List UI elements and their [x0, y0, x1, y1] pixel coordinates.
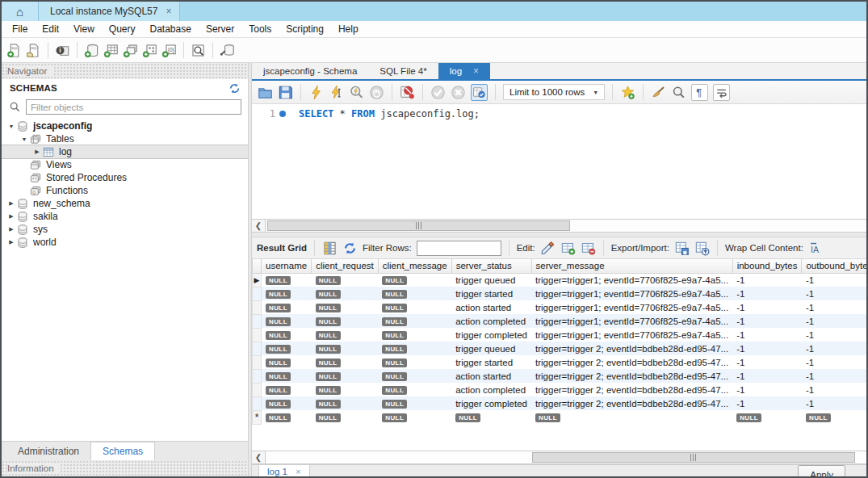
table-row[interactable]: NULLNULLNULLtrigger startedtrigger=trigg… [253, 355, 867, 369]
expand-arrow-icon[interactable]: ▶ [6, 239, 16, 245]
cell-server_status[interactable]: trigger queued [451, 342, 531, 355]
collapse-arrow-icon[interactable]: ▼ [19, 136, 29, 142]
cell-username[interactable]: NULL [262, 383, 312, 396]
cell-client_request[interactable]: NULL [312, 328, 379, 342]
row-selector[interactable] [253, 355, 262, 369]
import-records-icon[interactable] [694, 241, 710, 256]
tree-item-jscapeconfig[interactable]: ▼jscapeconfig [2, 120, 248, 132]
search-data-icon[interactable] [191, 43, 206, 58]
tree-item-stored-procedures[interactable]: Stored Procedures [2, 171, 248, 184]
cell-server_status[interactable]: action completed [451, 314, 531, 328]
cell-server_message[interactable]: NULL [531, 410, 732, 424]
grid-horizontal-scrollbar[interactable]: ❮ [252, 451, 866, 464]
column-header-client_message[interactable]: client_message [378, 259, 451, 273]
cell-server_status[interactable]: trigger completed [451, 328, 531, 342]
row-selector[interactable] [253, 383, 262, 396]
edit-cell-icon[interactable] [540, 241, 556, 256]
menu-item-tools[interactable]: Tools [241, 23, 279, 35]
cell-inbound_bytes[interactable]: NULL [732, 410, 802, 424]
scroll-left-icon[interactable]: ❮ [252, 451, 266, 463]
cell-inbound_bytes[interactable]: -1 [732, 287, 802, 300]
cell-server_status[interactable]: trigger completed [451, 396, 531, 410]
cell-server_message[interactable]: trigger=trigger 2; eventId=bdbeb28d-ed95… [531, 342, 732, 355]
cell-outbound_bytes[interactable]: -1 [802, 287, 866, 300]
cell-server_status[interactable]: trigger started [451, 287, 531, 300]
row-selector[interactable]: * [253, 410, 262, 424]
create-view-icon[interactable] [123, 43, 138, 58]
cell-server_message[interactable]: trigger=trigger1; eventId=7706f825-e9a7-… [531, 273, 732, 287]
explain-icon[interactable] [349, 85, 364, 100]
result-tab[interactable]: log 1 × [258, 465, 310, 476]
menu-item-file[interactable]: File [5, 23, 35, 35]
table-row[interactable]: NULLNULLNULLtrigger completedtrigger=tri… [253, 328, 867, 342]
cell-outbound_bytes[interactable]: -1 [802, 355, 866, 369]
cell-inbound_bytes[interactable]: -1 [732, 355, 802, 369]
cell-outbound_bytes[interactable]: -1 [802, 369, 866, 383]
cell-server_message[interactable]: trigger=trigger 2; eventId=bdbeb28d-ed95… [531, 396, 732, 410]
create-function-icon[interactable]: {0} [161, 43, 177, 58]
cell-username[interactable]: NULL [262, 314, 312, 328]
expand-arrow-icon[interactable]: ▶ [6, 226, 16, 233]
scroll-left-icon[interactable]: ❮ [252, 220, 266, 232]
cell-username[interactable]: NULL [262, 287, 312, 300]
connection-tab[interactable]: Local instance MySQL57 × [39, 2, 180, 21]
table-row[interactable]: NULLNULLNULLaction startedtrigger=trigge… [253, 369, 867, 383]
row-selector[interactable] [253, 328, 262, 342]
cell-username[interactable]: NULL [262, 300, 312, 314]
cell-client_request[interactable]: NULL [312, 369, 379, 383]
cell-username[interactable]: NULL [262, 342, 312, 355]
cell-outbound_bytes[interactable]: -1 [802, 396, 866, 410]
cell-client_message[interactable]: NULL [378, 328, 451, 342]
editor-horizontal-scrollbar[interactable]: ❮ [252, 219, 866, 233]
find-icon[interactable] [671, 85, 686, 100]
tree-item-log[interactable]: ▶log [2, 145, 248, 158]
cell-server_message[interactable]: trigger=trigger1; eventId=7706f825-e9a7-… [531, 328, 732, 342]
column-header-inbound_bytes[interactable]: inbound_bytes [732, 259, 802, 273]
create-schema-icon[interactable] [84, 43, 99, 58]
tree-item-tables[interactable]: ▼Tables [2, 132, 248, 145]
execute-icon[interactable] [308, 85, 324, 100]
cell-outbound_bytes[interactable]: -1 [802, 314, 866, 328]
cell-username[interactable]: NULL [262, 369, 312, 383]
limit-rows-dropdown[interactable]: Limit to 1000 rows ▼ [503, 84, 605, 100]
table-row[interactable]: NULLNULLNULLaction completedtrigger=trig… [253, 314, 867, 328]
tree-item-functions[interactable]: ()Functions [2, 184, 248, 197]
cell-client_request[interactable]: NULL [312, 396, 379, 410]
scrollbar-thumb[interactable] [532, 452, 855, 463]
sql-statement[interactable]: SELECT * FROM jscapeconfig.log; [289, 104, 480, 219]
cell-outbound_bytes[interactable]: -1 [802, 383, 866, 396]
cell-inbound_bytes[interactable]: -1 [732, 328, 802, 342]
column-header-username[interactable]: username [262, 259, 312, 273]
cell-client_request[interactable]: NULL [312, 383, 379, 396]
row-selector[interactable] [253, 300, 262, 314]
cell-inbound_bytes[interactable]: -1 [732, 273, 802, 287]
cell-outbound_bytes[interactable]: NULL [802, 410, 866, 424]
row-selector[interactable] [253, 342, 262, 355]
cell-inbound_bytes[interactable]: -1 [732, 369, 802, 383]
cell-client_message[interactable]: NULL [378, 396, 451, 410]
cell-client_request[interactable]: NULL [312, 273, 379, 287]
cell-username[interactable]: NULL [262, 410, 312, 424]
editor-tab-jscapeconfig-schema[interactable]: jscapeconfig - Schema [252, 63, 368, 79]
expand-arrow-icon[interactable]: ▶ [6, 200, 16, 207]
result-grid[interactable]: usernameclient_requestclient_messageserv… [252, 259, 866, 451]
cell-client_message[interactable]: NULL [378, 300, 451, 314]
cell-client_message[interactable]: NULL [378, 314, 451, 328]
stop-icon[interactable] [369, 85, 384, 100]
create-procedure-icon[interactable] [142, 43, 157, 58]
table-row[interactable]: NULLNULLNULLaction startedtrigger=trigge… [253, 300, 867, 314]
cell-client_request[interactable]: NULL [312, 300, 379, 314]
delete-row-icon[interactable] [581, 241, 596, 256]
cell-inbound_bytes[interactable]: -1 [732, 314, 802, 328]
row-selector[interactable] [253, 369, 262, 383]
cell-outbound_bytes[interactable]: -1 [802, 273, 866, 287]
cell-username[interactable]: NULL [262, 273, 312, 287]
cell-username[interactable]: NULL [262, 328, 312, 342]
cell-client_message[interactable]: NULL [378, 342, 451, 355]
table-row[interactable]: NULLNULLNULLaction completedtrigger=trig… [253, 383, 867, 396]
column-header-outbound_bytes[interactable]: outbound_bytes [802, 259, 866, 273]
table-row[interactable]: NULLNULLNULLtrigger startedtrigger=trigg… [253, 287, 867, 300]
editor-tab-sql-file-4-[interactable]: SQL File 4* [368, 63, 438, 79]
expand-arrow-icon[interactable]: ▶ [32, 149, 42, 155]
tree-item-sakila[interactable]: ▶sakila [2, 210, 248, 223]
